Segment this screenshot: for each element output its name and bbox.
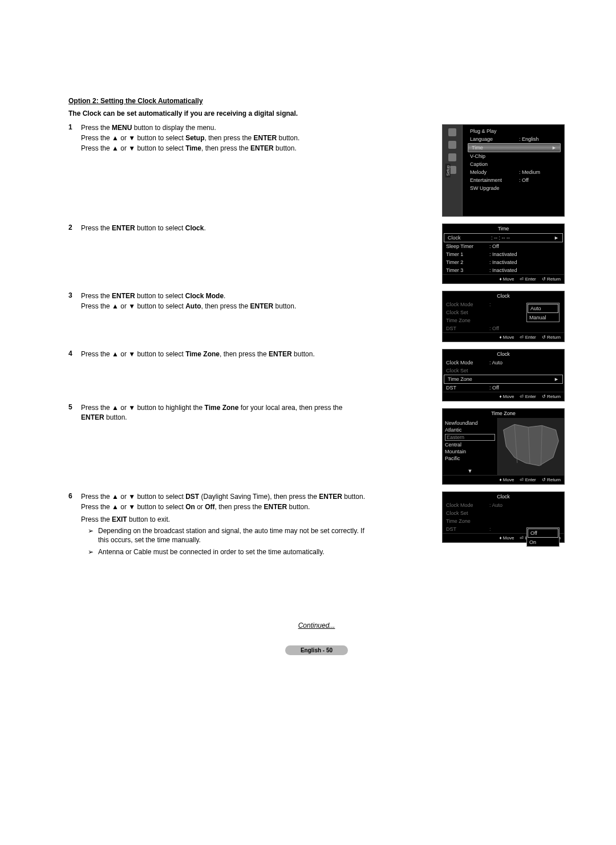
footer-return: ↺ Return <box>542 477 561 482</box>
step-text: Press the EXIT button to exit. <box>81 515 365 524</box>
osd-row-label: Sleep Timer <box>446 243 489 249</box>
osd-option-panel: OffOn <box>526 527 560 547</box>
footer-move: ♦ Move <box>500 477 514 482</box>
osd-row-label: DST <box>446 526 489 532</box>
osd-row-label: Timer 2 <box>446 259 489 265</box>
osd-option: Auto <box>528 304 558 313</box>
osd-row-value: : Inactivated <box>489 267 561 273</box>
osd-row: V-Chip <box>467 152 562 160</box>
osd-row-label: Timer 3 <box>446 267 489 273</box>
osd-row: Clock Set <box>443 509 564 517</box>
osd-row-label: Clock Mode <box>446 360 489 365</box>
step-text: Press the ▲ or ▼ button to select On or … <box>81 502 365 511</box>
osd-row-label: Language <box>470 136 519 142</box>
osd-row-value: : Inactivated <box>489 259 561 265</box>
step-text: Press the ▲ or ▼ button to select Time, … <box>81 144 365 153</box>
osd-row-label: Clock Set <box>446 510 489 516</box>
footer-return: ↺ Return <box>542 335 561 340</box>
osd-row: Time► <box>468 143 561 152</box>
osd-row: Time Zone► <box>444 375 563 384</box>
step-5: 5 Press the ▲ or ▼ button to highlight t… <box>68 403 365 422</box>
step-2: 2 Press the ENTER button to select Clock… <box>68 224 365 234</box>
step-4: 4 Press the ▲ or ▼ button to select Time… <box>68 350 365 360</box>
osd-row: DST: Off <box>443 324 564 332</box>
osd-row-label: Clock Set <box>446 368 489 373</box>
osd-row: Clock Mode: Auto <box>443 359 564 367</box>
osd-footer: ♦ Move ⏎ Enter ↺ Return <box>443 274 564 283</box>
step-number: 5 <box>68 403 81 422</box>
osd-row: Timer 1: Inactivated <box>443 250 564 258</box>
osd-row: Entertainment: Off <box>467 176 562 184</box>
osd-option: On <box>527 538 559 546</box>
footer-enter: ⏎ Enter <box>520 277 536 282</box>
osd-clock-timezone: Clock Clock Mode: AutoClock SetTime Zone… <box>442 349 565 401</box>
osd-time-menu: Time Clock: -- : -- --►Sleep Timer: OffT… <box>442 224 565 284</box>
osd-option-panel: AutoManual <box>526 303 560 322</box>
footer-return: ↺ Return <box>542 394 561 399</box>
osd-row-label: Clock Set <box>446 310 489 315</box>
osd-row-label: Entertainment <box>470 177 519 183</box>
note-item: Antenna or Cable must be connected in or… <box>88 547 365 556</box>
osd-screenshots-column: Setup Plug & PlayLanguage: EnglishTime►V… <box>442 124 565 550</box>
footer-enter: ⏎ Enter <box>520 335 536 340</box>
osd-title: Clock <box>443 291 564 300</box>
osd-row-label: Time Zone <box>446 318 489 323</box>
step-number: 6 <box>68 492 81 559</box>
osd-row: Melody: Medium <box>467 168 562 176</box>
osd-row-label: Caption <box>470 161 519 167</box>
osd-row-label: Plug & Play <box>470 128 519 134</box>
osd-title: Time <box>443 224 564 233</box>
step-text: Press the ▲ or ▼ button to select DST (D… <box>81 492 365 501</box>
arrow-right-icon: ► <box>553 235 559 241</box>
osd-row: Clock: -- : -- --► <box>444 233 563 242</box>
step-6: 6 Press the ▲ or ▼ button to select DST … <box>68 492 365 559</box>
osd-row-label: Time Zone <box>446 518 489 524</box>
osd-row-label: Time <box>472 145 521 151</box>
osd-setup-menu: Setup Plug & PlayLanguage: EnglishTime►V… <box>442 124 565 217</box>
step-number: 2 <box>68 224 81 234</box>
timezone-option: Eastern <box>445 434 495 441</box>
osd-row: Sleep Timer: Off <box>443 242 564 250</box>
step-text: Press the ▲ or ▼ button to highlight the… <box>81 403 365 421</box>
osd-row: Clock Set <box>443 367 564 375</box>
arrow-right-icon: ► <box>553 376 559 382</box>
step-text: Press the MENU button to display the men… <box>81 123 365 132</box>
arrow-right-icon: ► <box>551 145 557 151</box>
osd-row-label: SW Upgrade <box>470 185 519 191</box>
timezone-map <box>498 418 564 475</box>
osd-row-value: : Off <box>489 385 561 391</box>
osd-row-value: : -- : -- -- <box>491 235 553 241</box>
osd-row: Clock Mode: Auto <box>443 501 564 509</box>
osd-row-value: : Auto <box>489 360 561 365</box>
timezone-option: Atlantic <box>445 427 495 433</box>
step-number: 4 <box>68 350 81 360</box>
osd-row-label: Clock Mode <box>446 502 489 508</box>
osd-row-value: : Inactivated <box>489 251 561 257</box>
osd-row-label: Melody <box>470 169 519 175</box>
osd-title: Time Zone <box>443 409 564 418</box>
section-title: Option 2: Setting the Clock Automaticall… <box>68 97 565 105</box>
step-1: 1 Press the MENU button to display the m… <box>68 123 365 155</box>
osd-row-label: Clock Mode <box>446 302 489 307</box>
osd-row-label: DST <box>446 385 489 391</box>
osd-row: Language: English <box>467 135 562 143</box>
osd-row: Timer 2: Inactivated <box>443 258 564 266</box>
footer-move: ♦ Move <box>500 277 514 282</box>
osd-clock-mode: Clock Clock Mode:Clock SetTime ZoneDST: … <box>442 291 565 342</box>
step-text: Press the ENTER button to select Clock. <box>81 224 365 233</box>
timezone-option: Pacific <box>445 456 495 461</box>
page-number-badge: English - 50 <box>285 645 348 655</box>
osd-row-value: : Off <box>519 177 558 183</box>
timezone-list: NewfoundlandAtlanticEasternCentralMounta… <box>443 418 498 475</box>
footer-move: ♦ Move <box>500 394 514 399</box>
footer-enter: ⏎ Enter <box>520 477 536 482</box>
scroll-down-icon: ▼ <box>468 468 473 474</box>
timezone-option: Mountain <box>445 449 495 454</box>
osd-sidebar-caption: Setup <box>445 164 451 177</box>
osd-row-value: : Medium <box>519 169 558 175</box>
timezone-option: Newfoundland <box>445 420 495 426</box>
osd-title: Clock <box>443 492 564 501</box>
step-number: 3 <box>68 291 81 312</box>
osd-row-value: : Off <box>489 326 561 331</box>
footer-move: ♦ Move <box>500 535 514 541</box>
